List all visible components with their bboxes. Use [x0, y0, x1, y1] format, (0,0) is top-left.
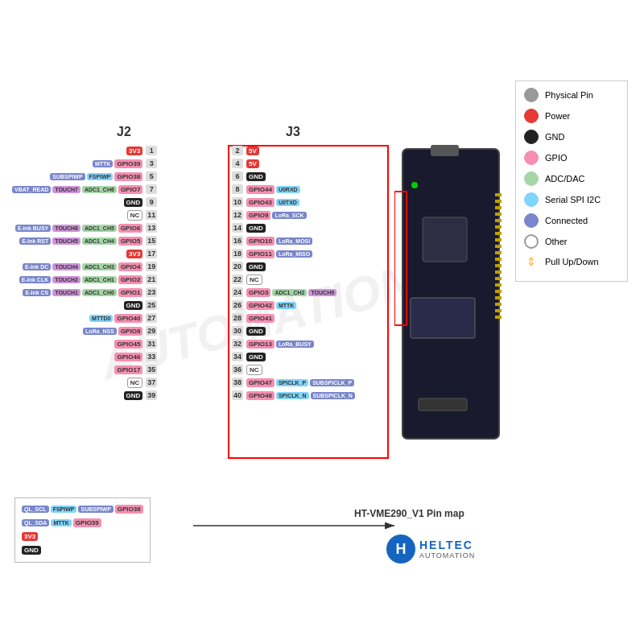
heltec-brand-sub: AUTOMATION: [419, 551, 475, 559]
legend-adc-icon: [524, 171, 539, 186]
svg-rect-6: [495, 213, 502, 216]
heltec-logo-area: H HELTEC AUTOMATION: [386, 535, 475, 564]
j2-pin35-gpio17: GPIO17: [114, 365, 142, 374]
bottom-row4: GND: [22, 544, 143, 555]
j2-pin29-nss: LoRa_NSS: [83, 328, 117, 335]
j3-pin24-t9: TOUCH9: [308, 289, 336, 296]
j2-pin23-adc: ADC1_CH0: [82, 289, 117, 296]
svg-rect-16: [495, 277, 502, 280]
j3-pin30-num: 30: [232, 326, 243, 336]
j2-pin15-rst: E-Ink RST: [19, 237, 51, 245]
j3-pin32-num: 32: [232, 339, 243, 349]
j3-pin26-gpio42: GPIO42: [246, 301, 275, 310]
j3-pin-26: 26 GPIO42 MTTK: [232, 299, 355, 311]
j3-pin-34: 34 GND: [232, 351, 355, 362]
svg-rect-19: [495, 296, 502, 299]
board-svg: [394, 145, 515, 451]
svg-rect-15: [495, 270, 502, 274]
svg-rect-0: [402, 149, 499, 439]
j2-pin27-gpio40: GPIO40: [114, 314, 142, 323]
j2-pin5-num: 5: [146, 171, 157, 181]
j2-pin-23: E-Ink CS TOUCH1 ADC1_CH0 GPIO1 23: [12, 287, 157, 298]
legend-gpio: GPIO: [524, 151, 619, 165]
svg-rect-13: [495, 258, 502, 261]
j2-pin19-adc: ADC1_CH3: [82, 263, 117, 270]
j2-pin19-t4: TOUCH4: [52, 263, 80, 270]
svg-rect-8: [495, 225, 502, 229]
heltec-logo-icon: H: [386, 535, 415, 564]
j3-pin-24: 24 GPIO3 ADC1_CH2 TOUCH9: [232, 287, 355, 298]
j3-pin-4: 4 5V: [232, 158, 355, 169]
j3-pin-14: 14 GND: [232, 222, 355, 233]
j3-pin14-gnd: GND: [246, 224, 266, 233]
legend-power: Power: [524, 109, 619, 123]
bottom-gpio39: GPIO39: [73, 518, 101, 527]
j3-pin26-mttk: MTTK: [276, 302, 296, 309]
j3-pin-18: 18 GPIO11 LoRa_MISO: [232, 248, 355, 259]
svg-rect-21: [495, 309, 502, 312]
bottom-mttk: MTTK: [51, 519, 71, 526]
j3-pin12-num: 12: [232, 210, 243, 220]
j2-pin13-gpio6: GPIO6: [118, 224, 142, 233]
legend-spi-label: Serial SPI I2C: [545, 195, 601, 204]
j3-pin-6: 6 GND: [232, 171, 355, 182]
j2-label: J2: [117, 125, 131, 139]
j3-pin18-miso: LoRa_MISO: [276, 250, 312, 258]
j2-pin39-num: 39: [146, 390, 157, 400]
j3-pin38-gpio47: GPIO47: [246, 378, 275, 387]
j2-pin5-gpio38: GPIO38: [114, 172, 142, 181]
j3-pin12-sck: LoRa_SCK: [272, 212, 306, 219]
j2-pin-33: GPIO46 33: [12, 351, 157, 362]
heltec-logo-text: HELTEC AUTOMATION: [419, 539, 475, 559]
j3-pin36-nc: NC: [246, 365, 262, 375]
svg-rect-9: [495, 232, 502, 235]
legend-connected-label: Connected: [545, 216, 588, 225]
j3-pin-8: 8 GPIO44 U0RXD: [232, 184, 355, 195]
legend: Physical Pin Power GND GPIO ADC/DAC Seri…: [515, 80, 628, 282]
j2-pin-37: NC 37: [12, 377, 157, 388]
svg-rect-14: [495, 264, 502, 267]
j3-pin24-adc: ADC1_CH2: [272, 289, 307, 296]
j3-connector: 2 5V 4 5V 6 GND 8 GPIO44 U0RXD 10 GPIO: [232, 145, 355, 402]
j3-pin4-num: 4: [232, 159, 243, 168]
j3-pin8-u0rxd: U0RXD: [276, 186, 300, 193]
legend-gpio-label: GPIO: [545, 153, 568, 163]
j2-pin31-gpio45: GPIO45: [114, 340, 142, 349]
bottom-row2: QL_SDA MTTK GPIO39: [22, 517, 143, 528]
j3-pin-20: 20 GND: [232, 261, 355, 272]
heltec-brand-name: HELTEC: [419, 539, 475, 551]
j3-pin18-gpio11: GPIO11: [246, 250, 275, 258]
bottom-gnd: GND: [22, 546, 41, 555]
j3-pin4-5v: 5V: [246, 159, 259, 168]
svg-rect-1: [431, 145, 459, 156]
j2-bottom-section: QL_SCL FSPIWP SUBSPIWP GPIO38 QL_SDA MTT…: [14, 497, 151, 563]
legend-other-icon: [524, 234, 539, 249]
bottom-fspiwp: FSPIWP: [51, 506, 77, 513]
legend-power-label: Power: [545, 111, 570, 121]
j3-pin2-5v: 5V: [246, 147, 259, 155]
legend-spi-icon: [524, 192, 539, 207]
j2-pin-35: GPIO17 35: [12, 364, 157, 375]
legend-pullupdown-label: Pull Up/Down: [545, 257, 599, 266]
j3-pin18-num: 18: [232, 249, 243, 258]
bottom-qlsda: QL_SDA: [22, 519, 49, 526]
j3-pin40-spiclkn: SPICLK_N: [276, 392, 309, 399]
j2-pin23-num: 23: [146, 287, 157, 297]
j2-pin13-num: 13: [146, 223, 157, 233]
legend-other-label: Other: [545, 237, 568, 246]
j2-pin9-num: 9: [146, 197, 157, 207]
j3-pin38-spiclk: SPICLK_P: [276, 379, 308, 386]
j3-pin8-gpio44: GPIO44: [246, 185, 275, 194]
j3-pin6-gnd: GND: [246, 172, 266, 181]
bottom-subspiwp: SUBSPIWP: [78, 506, 113, 513]
legend-adc: ADC/DAC: [524, 171, 619, 186]
j2-connector: 3V3 1 MTTK GPIO39 3 SUBSPIWP FSPIWP GPIO…: [12, 145, 157, 402]
j3-pin-36: 36 NC: [232, 364, 355, 375]
legend-pullupdown: ⇕ Pull Up/Down: [524, 255, 619, 268]
j2-pin17-3v3: 3V3: [126, 250, 142, 258]
legend-physical-icon: [524, 88, 539, 102]
svg-rect-10: [495, 238, 502, 242]
j2-pin29-num: 29: [146, 326, 157, 336]
j2-pin-15: E-Ink RST TOUCH5 ADC1_CH4 GPIO5 15: [12, 235, 157, 246]
j3-pin24-num: 24: [232, 287, 243, 297]
